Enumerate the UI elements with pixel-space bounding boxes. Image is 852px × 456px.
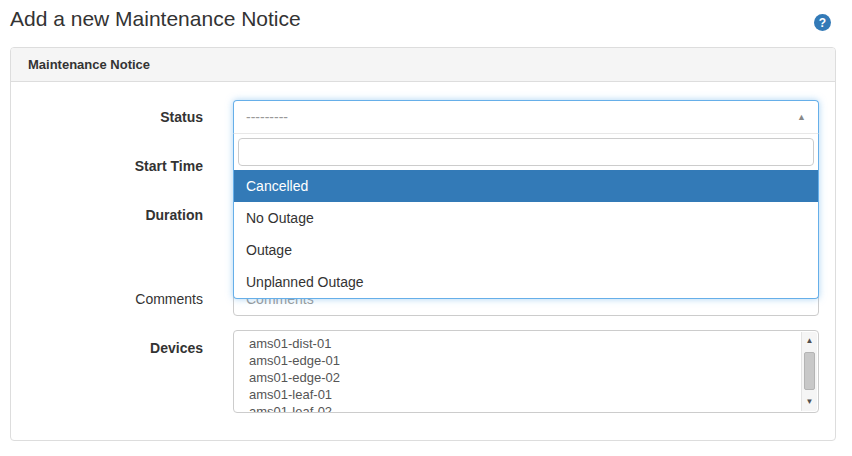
devices-multiselect[interactable]: ams01-dist-01 ams01-edge-01 ams01-edge-0…	[233, 330, 819, 413]
device-option[interactable]: ams01-leaf-01	[249, 386, 801, 403]
status-search-input[interactable]	[238, 138, 814, 166]
devices-label: Devices	[23, 340, 203, 357]
scrollbar-thumb[interactable]	[804, 352, 815, 390]
status-selected-value: ---------	[246, 109, 797, 125]
devices-scrollbar[interactable]: ▲ ▼	[801, 332, 817, 411]
status-option-cancelled[interactable]: Cancelled	[234, 170, 818, 202]
devices-options-list: ams01-dist-01 ams01-edge-01 ams01-edge-0…	[234, 331, 801, 412]
status-select-selection[interactable]: --------- ▲	[233, 100, 819, 134]
status-option-no-outage[interactable]: No Outage	[234, 202, 818, 234]
device-option[interactable]: ams01-edge-01	[249, 352, 801, 369]
status-dropdown-panel: Cancelled No Outage Outage Unplanned Out…	[233, 134, 819, 299]
device-option[interactable]: ams01-leaf-02	[249, 403, 801, 412]
page-title: Add a new Maintenance Notice	[10, 7, 301, 31]
help-icon[interactable]: ?	[814, 14, 831, 31]
panel-header: Maintenance Notice	[11, 48, 835, 82]
scroll-down-icon[interactable]: ▼	[802, 395, 817, 409]
chevron-up-icon: ▲	[797, 112, 806, 122]
page: Add a new Maintenance Notice ? Maintenan…	[0, 0, 852, 456]
status-label: Status	[23, 109, 203, 126]
comments-label: Comments	[23, 291, 203, 308]
device-option[interactable]: ams01-dist-01	[249, 335, 801, 352]
status-option-outage[interactable]: Outage	[234, 234, 818, 266]
duration-label: Duration	[23, 207, 203, 224]
scroll-up-icon[interactable]: ▲	[802, 334, 817, 348]
status-option-unplanned-outage[interactable]: Unplanned Outage	[234, 266, 818, 298]
start-time-label: Start Time	[23, 158, 203, 175]
status-select: --------- ▲ Cancelled No Outage Outage U…	[233, 100, 819, 299]
status-search-wrap	[234, 134, 818, 170]
device-option[interactable]: ams01-edge-02	[249, 369, 801, 386]
status-options-list: Cancelled No Outage Outage Unplanned Out…	[234, 170, 818, 298]
